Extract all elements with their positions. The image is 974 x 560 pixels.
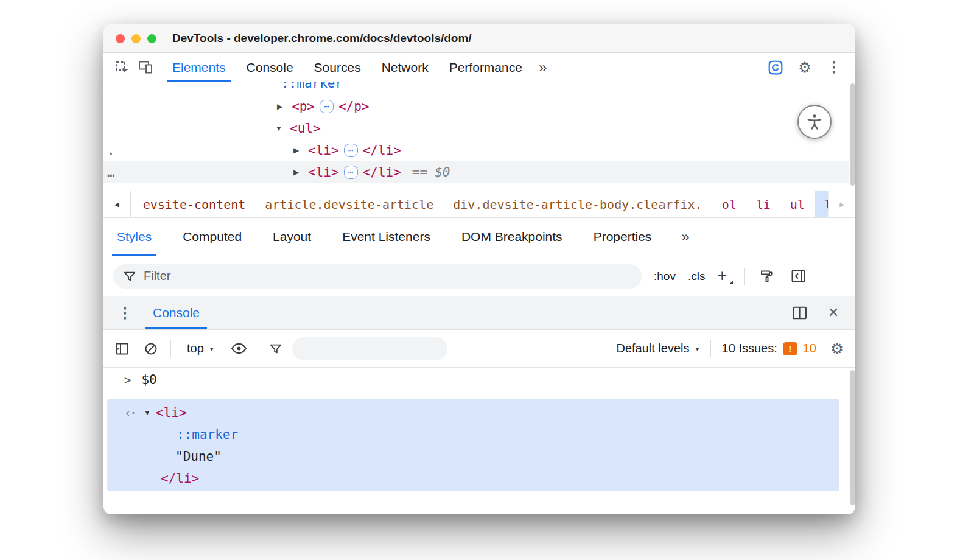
tab-performance[interactable]: Performance [439,53,533,82]
elements-breadcrumb: ◀ evsite-content article.devsite-article… [103,191,855,218]
breadcrumb-item-devsite-content[interactable]: evsite-content [133,191,256,217]
tab-network[interactable]: Network [371,53,439,82]
equals-sign: == [412,165,427,180]
more-sidebar-tabs-icon[interactable]: » [681,218,689,256]
accessibility-person-icon [805,112,824,131]
scrollbar-thumb[interactable] [850,83,855,186]
issues-count: 10 [803,341,816,355]
inline-expand-button[interactable]: ⋯ [344,166,358,179]
tab-layout[interactable]: Layout [272,218,312,256]
console-toolbar: top ▾ Default levels ▾ 10 Issues: ! [103,330,855,368]
breadcrumb-item-article[interactable]: article.devsite-article [255,191,443,217]
tree-node-marker-clipped[interactable]: ::marker [281,82,343,94]
open-tag: <li> [156,405,187,420]
tree-node-p[interactable]: ▶ <p> ⋯ </p> [277,96,370,117]
open-tag: <li> [308,143,339,158]
breadcrumb-item-ol[interactable]: ol [712,191,746,217]
console-settings-icon[interactable]: ⚙ [827,339,847,359]
toolbar-right-actions: ⚙ ⋮ [764,53,848,82]
close-tag: </li> [363,165,401,180]
tree-node-ul[interactable]: ▼ <ul> [275,117,321,139]
inline-expand-button[interactable]: ⋯ [320,100,334,113]
breadcrumb-list: evsite-content article.devsite-article d… [131,191,829,217]
replay-recorder-icon[interactable] [764,60,787,75]
levels-label: Default levels [616,341,689,355]
console-result-highlighted[interactable]: ‹· ▼ <li> ::marker "Dune" </li> [107,399,839,491]
devtools-toolbar: Elements Console Sources Network Perform… [103,53,855,82]
close-glyph: ✕ [828,305,839,321]
collapse-arrow-icon[interactable]: ▼ [144,408,151,417]
collapse-arrow-icon[interactable]: ▼ [275,124,290,133]
context-label: top [187,341,204,355]
dom-tree-scrollbar[interactable] [849,82,855,191]
new-style-rule-button[interactable]: + [717,268,732,284]
styles-filter-field[interactable] [113,264,642,289]
breadcrumb-item-div[interactable]: div.devsite-article-body.clearfix. [443,191,712,217]
execution-context-selector[interactable]: top ▾ [181,341,220,355]
inline-expand-button[interactable]: ⋯ [344,144,358,157]
console-drawer-header: ⋮ Console ✕ [103,296,855,330]
scrollbar-thumb[interactable] [850,370,855,505]
zoom-window-button[interactable] [147,34,156,43]
drawer-menu-icon[interactable]: ⋮ [111,296,139,329]
breadcrumb-forward-button[interactable]: ▶ [828,191,855,217]
breadcrumb-back-button[interactable]: ◀ [103,191,131,217]
tab-elements[interactable]: Elements [162,53,236,82]
device-toolbar-icon[interactable] [134,53,157,82]
tab-dom-breakpoints[interactable]: DOM Breakpoints [460,218,564,256]
expand-arrow-icon[interactable]: ▶ [293,146,308,155]
more-options-icon[interactable]: ⋮ [822,59,846,75]
toggle-hover-state-button[interactable]: :hov [654,270,676,283]
toggle-class-button[interactable]: .cls [688,270,706,283]
tab-styles[interactable]: Styles [116,218,153,256]
settings-gear-icon[interactable]: ⚙ [793,60,816,75]
console-scrollbar[interactable] [849,368,855,514]
styles-filter-input[interactable] [144,269,632,283]
log-levels-dropdown[interactable]: Default levels ▾ [616,341,699,355]
result-line-open: ‹· ▼ <li> [107,402,839,424]
paint-format-icon[interactable] [757,267,776,286]
gear-glyph: ⚙ [798,60,811,75]
close-drawer-icon[interactable]: ✕ [824,303,843,323]
console-command-text: $0 [141,373,156,387]
breadcrumb-item-li[interactable]: li [746,191,780,217]
breadcrumb-item-ul[interactable]: ul [780,191,815,217]
console-sidebar-icon[interactable] [112,339,131,359]
expand-arrow-icon[interactable]: ▶ [293,168,308,177]
more-tabs-icon[interactable]: » [533,53,553,82]
tree-node-li-1[interactable]: ▶ <li> ⋯ </li> [293,139,401,161]
drawer-tab-console[interactable]: Console [139,296,213,329]
tab-event-listeners[interactable]: Event Listeners [341,218,432,256]
close-window-button[interactable] [116,34,125,43]
eye-icon[interactable] [229,339,249,359]
console-prompt-icon: > [124,373,131,387]
minimize-window-button[interactable] [131,34,141,43]
styles-filter-row: :hov .cls + [103,256,855,296]
console-command-row: > $0 [103,368,855,392]
accessibility-overlay-button[interactable] [797,105,832,139]
tab-sources[interactable]: Sources [304,53,371,82]
breadcrumb-item-li-selected[interactable]: li [815,191,828,217]
result-line-marker: ::marker [107,424,839,446]
divider [744,268,745,285]
console-filter-input[interactable] [301,342,450,355]
tab-properties[interactable]: Properties [592,218,653,256]
toggle-sidebar-icon[interactable] [788,267,808,286]
kebab-glyph: ⋮ [827,59,841,75]
tab-console[interactable]: Console [236,53,304,82]
clear-console-icon[interactable] [141,339,161,359]
close-tag: </li> [161,471,199,486]
divider [259,340,259,357]
issues-counter[interactable]: 10 Issues: ! 10 [722,341,816,355]
gear-glyph: ⚙ [830,341,844,356]
expand-arrow-icon[interactable]: ▶ [277,102,292,111]
console-messages: > $0 ‹· ▼ <li> ::marker "Dune" </li> [103,368,855,514]
split-panel-icon[interactable] [790,303,809,323]
tree-node-li-selected[interactable]: … ▶ <li> ⋯ </li> == $0 [103,161,849,183]
tab-sources-label: Sources [314,60,361,75]
console-filter-field[interactable] [292,337,447,360]
inspect-element-icon[interactable] [111,53,134,82]
console-filter-funnel-icon[interactable] [269,342,282,355]
window-titlebar: DevTools - developer.chrome.com/docs/dev… [103,24,855,53]
tab-computed[interactable]: Computed [181,218,243,256]
